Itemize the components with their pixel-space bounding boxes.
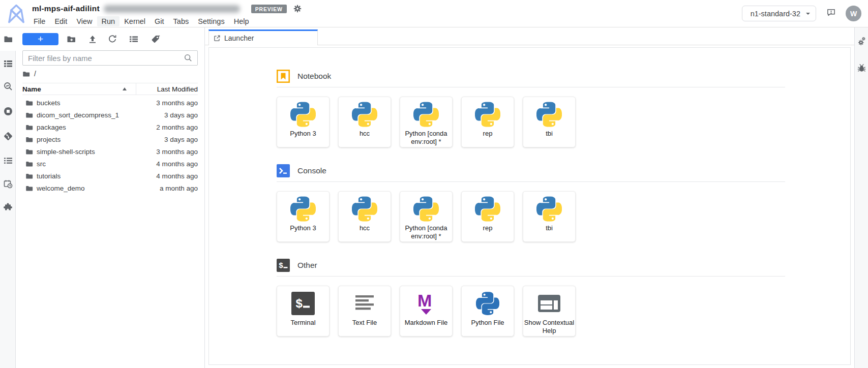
launcher-card-console-rep[interactable]: rep xyxy=(461,191,514,242)
menu-view[interactable]: View xyxy=(72,16,97,26)
launcher-card-text-file[interactable]: Text File xyxy=(338,286,391,336)
python-logo-icon xyxy=(474,196,501,222)
redacted-title-text xyxy=(104,5,240,13)
python-logo-icon xyxy=(536,101,562,128)
file-row[interactable]: packages 2 months ago xyxy=(22,121,198,133)
python-logo-icon xyxy=(413,101,439,128)
launcher-card-notebook-hcc[interactable]: hcc xyxy=(338,97,391,147)
launcher-card-console-conda-root[interactable]: Python [conda env:root] * xyxy=(400,191,453,242)
metrics-search-icon[interactable] xyxy=(4,82,13,91)
file-row[interactable]: buckets 3 months ago xyxy=(22,97,198,109)
scheduler-calendar-icon[interactable] xyxy=(4,179,13,189)
launcher-icon xyxy=(214,35,221,42)
menu-edit[interactable]: Edit xyxy=(50,16,72,26)
machine-type-dropdown[interactable]: n1-standard-32 xyxy=(742,6,816,21)
folder-icon xyxy=(25,172,33,180)
tag-icon[interactable] xyxy=(151,35,160,44)
workbench-logo xyxy=(0,0,32,27)
extensions-puzzle-icon[interactable] xyxy=(4,203,13,212)
avatar[interactable]: W xyxy=(846,6,861,21)
launcher-card-python-file[interactable]: Python File xyxy=(461,286,514,336)
breadcrumb: / xyxy=(22,68,198,79)
python-logo-icon xyxy=(413,196,439,222)
new-launcher-button[interactable]: + xyxy=(22,33,58,45)
settings-gear-icon[interactable] xyxy=(293,5,302,13)
file-row[interactable]: projects 3 days ago xyxy=(22,133,198,145)
python-logo-icon xyxy=(536,196,562,222)
new-folder-icon[interactable] xyxy=(67,35,76,44)
launcher-card-contextual-help[interactable]: Show Contextual Help xyxy=(523,286,576,336)
left-sidebar-strip xyxy=(0,27,16,368)
section-title: Notebook xyxy=(297,72,331,81)
file-row[interactable]: tutorials 4 months ago xyxy=(22,170,198,182)
section-divider xyxy=(277,87,785,87)
folder-icon xyxy=(25,160,33,168)
file-browser-toolbar: + xyxy=(22,33,198,45)
running-kernels-stop-icon[interactable] xyxy=(4,107,13,116)
file-browser-panel: + xyxy=(16,27,205,368)
file-list: buckets 3 months ago dicom_sort_decompre… xyxy=(22,95,198,194)
section-divider xyxy=(277,276,785,277)
folder-icon xyxy=(25,136,33,143)
file-list-view-icon[interactable] xyxy=(129,35,138,44)
section-other: $ Other $ xyxy=(277,259,785,336)
refresh-icon[interactable] xyxy=(108,35,117,44)
file-list-header: Name Last Modified xyxy=(22,83,198,95)
section-title: Console xyxy=(297,166,326,175)
launcher-card-console-python3[interactable]: Python 3 xyxy=(277,191,330,242)
file-row[interactable]: src 4 months ago xyxy=(22,158,198,170)
tab-bar: Launcher xyxy=(205,27,854,45)
file-browser-icon[interactable] xyxy=(4,35,13,44)
python-file-icon xyxy=(474,290,501,317)
launcher-card-notebook-rep[interactable]: rep xyxy=(461,97,514,147)
python-logo-icon xyxy=(290,196,316,222)
menu-kernel[interactable]: Kernel xyxy=(119,16,150,26)
text-file-icon xyxy=(351,290,378,317)
launcher-card-console-hcc[interactable]: hcc xyxy=(338,191,391,242)
sort-ascending-icon xyxy=(123,85,127,90)
menu-help[interactable]: Help xyxy=(229,16,254,26)
menu-run[interactable]: Run xyxy=(97,16,120,26)
notebook-section-icon xyxy=(277,70,290,83)
menu-tabs[interactable]: Tabs xyxy=(169,16,194,26)
file-row[interactable]: simple-shell-scripts 3 months ago xyxy=(22,145,198,158)
filter-files-box xyxy=(22,50,198,66)
folder-icon xyxy=(25,185,33,192)
file-row[interactable]: dicom_sort_decompress_1 3 days ago xyxy=(22,109,198,121)
svg-text:$: $ xyxy=(279,262,283,270)
right-sidebar-strip xyxy=(854,27,868,368)
menu-file[interactable]: File xyxy=(29,16,50,26)
feedback-icon[interactable] xyxy=(827,9,835,16)
svg-text:M: M xyxy=(417,292,432,310)
upload-icon[interactable] xyxy=(88,35,97,44)
debugger-bug-icon[interactable] xyxy=(857,64,866,73)
column-name[interactable]: Name xyxy=(22,85,136,93)
launcher-card-markdown-file[interactable]: M Markdown File xyxy=(400,286,453,336)
launcher-card-notebook-python3[interactable]: Python 3 xyxy=(277,97,330,147)
tab-launcher[interactable]: Launcher xyxy=(208,29,318,45)
launcher-card-terminal[interactable]: $ Terminal xyxy=(277,286,330,336)
filter-files-input[interactable] xyxy=(28,54,184,63)
menu-bar: File Edit View Run Kernel Git Tabs Setti… xyxy=(29,16,302,26)
menu-git[interactable]: Git xyxy=(150,16,169,26)
git-icon[interactable] xyxy=(4,132,13,141)
home-folder-icon[interactable] xyxy=(22,70,30,78)
launcher-panel: Notebook Python 3 hcc Python [conda env:… xyxy=(208,47,851,365)
launcher-card-console-tbi[interactable]: tbi xyxy=(523,191,576,242)
other-section-icon: $ xyxy=(277,259,290,272)
running-sessions-icon[interactable] xyxy=(4,59,13,68)
table-of-contents-icon[interactable] xyxy=(4,156,13,165)
contextual-help-icon xyxy=(536,290,562,317)
menu-settings[interactable]: Settings xyxy=(193,16,229,26)
breadcrumb-root[interactable]: / xyxy=(34,70,36,78)
file-row[interactable]: welcome_demo a month ago xyxy=(22,182,198,194)
property-inspector-gears-icon[interactable] xyxy=(857,37,866,46)
preview-badge: PREVIEW xyxy=(251,5,287,13)
python-logo-icon xyxy=(351,101,378,128)
launcher-card-notebook-tbi[interactable]: tbi xyxy=(523,97,576,147)
top-bar: ml-mps-aif-adilint PREVIEW File Edit Vie… xyxy=(0,0,868,27)
column-last-modified[interactable]: Last Modified xyxy=(136,85,198,93)
launcher-card-notebook-conda-root[interactable]: Python [conda env:root] * xyxy=(400,97,453,147)
section-divider xyxy=(277,181,785,182)
folder-icon xyxy=(25,111,33,119)
